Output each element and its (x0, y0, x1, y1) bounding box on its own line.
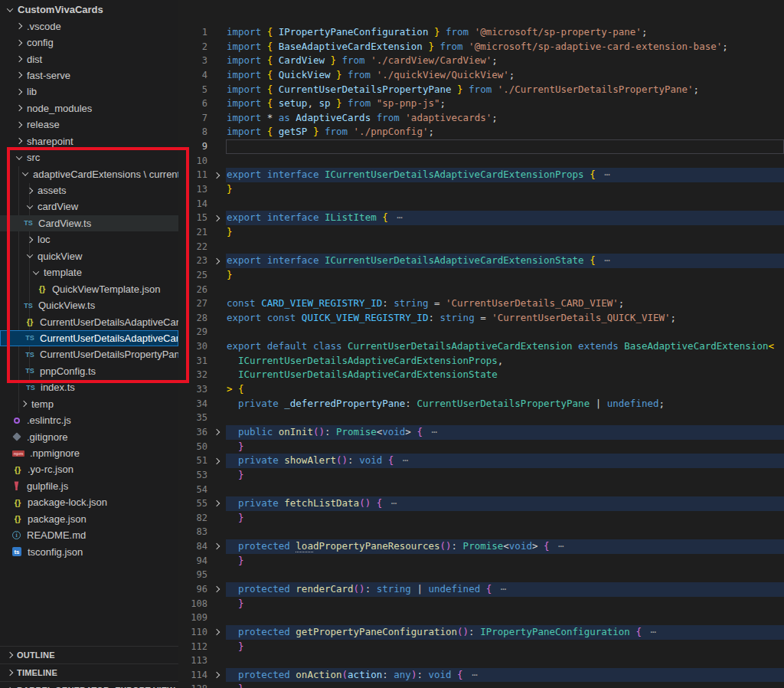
tree-item-quickview-ts[interactable]: TSQuickView.ts (0, 297, 178, 313)
code-text[interactable]: } (226, 682, 784, 688)
code-text[interactable]: export interface IListItem { ⋯ (226, 211, 784, 225)
code-line-4[interactable]: 4import { QuickView } from './quickView/… (178, 68, 784, 83)
panel-header-timeline[interactable]: TIMELINE (0, 663, 178, 681)
code-line-1[interactable]: 1import { IPropertyPaneConfiguration } f… (178, 25, 784, 40)
code-text[interactable]: export interface ICurrentUserDetailsAdap… (226, 168, 784, 182)
fold-chevron-icon[interactable] (207, 168, 226, 182)
code-text[interactable]: import { QuickView } from './quickView/Q… (226, 68, 784, 83)
fold-chevron-icon[interactable] (207, 254, 226, 268)
code-text[interactable]: private _deferredPropertyPane: CurrentUs… (226, 397, 784, 411)
tree-item-index-ts[interactable]: TSindex.ts (0, 379, 178, 395)
code-line-108[interactable]: 108 } (178, 597, 784, 611)
tree-item-pnpconfig-ts[interactable]: TSpnpConfig.ts (0, 363, 178, 379)
code-text[interactable]: public onInit(): Promise<void> { ⋯ (226, 425, 784, 440)
code-line-55[interactable]: 55 private fetchListData() { ⋯ (178, 496, 784, 511)
code-text[interactable]: } (226, 640, 784, 654)
tree-item-tsconfig-json[interactable]: tstsconfig.json (0, 543, 178, 559)
tree-item-src[interactable]: src (0, 149, 178, 165)
chevron-right-icon[interactable] (15, 24, 23, 28)
code-line-29[interactable]: 29 (178, 325, 784, 339)
code-text[interactable]: export default class CurrentUserDetailsA… (226, 339, 784, 354)
tree-item-template[interactable]: template (0, 264, 178, 280)
tree-item-fast-serve[interactable]: fast-serve (0, 67, 178, 84)
code-line-83[interactable]: 83 (178, 525, 784, 539)
code-text[interactable]: import * as AdaptiveCards from 'adaptive… (226, 111, 784, 126)
code-line-21[interactable]: 21} (178, 225, 784, 240)
code-text[interactable]: import { BaseAdaptiveCardExtension } fro… (226, 40, 784, 54)
code-text[interactable]: export interface ICurrentUserDetailsAdap… (226, 254, 784, 268)
chevron-right-icon[interactable] (15, 57, 23, 61)
code-text[interactable] (226, 283, 784, 297)
fold-chevron-icon[interactable] (207, 582, 226, 597)
chevron-right-icon[interactable] (20, 401, 28, 406)
code-text[interactable]: const CARD_VIEW_REGISTRY_ID: string = 'C… (226, 296, 784, 311)
code-line-11[interactable]: 11export interface ICurrentUserDetailsAd… (178, 168, 784, 182)
tree-item-cardview[interactable]: cardView (0, 198, 178, 215)
code-text[interactable]: protected renderCard(): string | undefin… (226, 582, 784, 597)
chevron-right-icon[interactable] (15, 123, 23, 127)
tree-item-vscode[interactable]: .vscode (0, 18, 178, 34)
code-text[interactable] (226, 483, 784, 497)
code-text[interactable]: } (226, 440, 784, 454)
tree-item-currentuserdetailspropertypan[interactable]: TSCurrentUserDetailsPropertyPan... (0, 346, 178, 362)
code-line-94[interactable]: 94 } (178, 554, 784, 568)
code-line-54[interactable]: 54 (178, 483, 784, 497)
chevron-down-icon[interactable] (6, 8, 14, 12)
tree-item-config[interactable]: config (0, 34, 178, 51)
code-line-14[interactable]: 14 (178, 197, 784, 211)
code-line-15[interactable]: 15export interface IListItem { ⋯ (178, 211, 784, 225)
fold-chevron-icon[interactable] (207, 211, 226, 225)
chevron-right-icon[interactable] (15, 73, 23, 77)
code-line-82[interactable]: 82 } (178, 511, 784, 526)
code-line-113[interactable]: 113 (178, 654, 784, 668)
code-text[interactable]: export const QUICK_VIEW_REGISTRY_ID: str… (226, 311, 784, 326)
code-line-53[interactable]: 53 } (178, 468, 784, 483)
code-line-10[interactable]: 10 (178, 154, 784, 169)
code-line-112[interactable]: 112 } (178, 640, 784, 654)
code-text[interactable]: protected loadPropertyPaneResources(): P… (226, 539, 784, 554)
code-editor[interactable]: 1import { IPropertyPaneConfiguration } f… (178, 0, 784, 688)
code-line-51[interactable]: 51 private showAlert(): void { ⋯ (178, 454, 784, 468)
tree-item-assets[interactable]: assets (0, 182, 178, 198)
code-text[interactable]: private fetchListData() { ⋯ (226, 496, 784, 511)
code-line-96[interactable]: 96 protected renderCard(): string | unde… (178, 582, 784, 597)
code-text[interactable]: } (226, 268, 784, 283)
code-text[interactable]: } (226, 225, 784, 240)
code-line-50[interactable]: 50 } (178, 440, 784, 454)
chevron-down-icon[interactable] (26, 205, 34, 209)
code-line-84[interactable]: 84 protected loadPropertyPaneResources()… (178, 539, 784, 554)
code-line-26[interactable]: 26 (178, 283, 784, 297)
code-text[interactable]: } (226, 554, 784, 568)
tree-item-gitignore[interactable]: .gitignore (0, 428, 178, 444)
tree-item-sharepoint[interactable]: sharepoint (0, 133, 178, 149)
tree-item-release[interactable]: release (0, 116, 178, 133)
code-line-28[interactable]: 28export const QUICK_VIEW_REGISTRY_ID: s… (178, 311, 784, 326)
code-line-22[interactable]: 22 (178, 240, 784, 254)
tree-item-package-json[interactable]: {}package.json (0, 511, 178, 527)
panel-header-outline[interactable]: OUTLINE (0, 646, 178, 663)
tree-item-quickview[interactable]: quickView (0, 248, 178, 264)
code-line-35[interactable]: 35 (178, 411, 784, 425)
chevron-down-icon[interactable] (32, 270, 40, 275)
code-line-31[interactable]: 31 ICurrentUserDetailsAdaptiveCardExtens… (178, 354, 784, 369)
tree-item-gulpfile-js[interactable]: gulpfile.js (0, 478, 178, 494)
chevron-right-icon[interactable] (15, 139, 23, 143)
code-line-7[interactable]: 7import * as AdaptiveCards from 'adaptiv… (178, 111, 784, 126)
code-line-32[interactable]: 32 ICurrentUserDetailsAdaptiveCardExtens… (178, 368, 784, 382)
code-line-34[interactable]: 34 private _deferredPropertyPane: Curren… (178, 397, 784, 411)
chevron-right-icon[interactable] (15, 90, 23, 94)
tree-item-cardview-ts[interactable]: TSCardView.ts (0, 215, 178, 231)
tree-item-currentuserdetailsadaptivecar[interactable]: TSCurrentUserDetailsAdaptiveCar... (0, 330, 178, 346)
code-text[interactable]: ICurrentUserDetailsAdaptiveCardExtension… (226, 354, 784, 369)
code-text[interactable]: import { setup, sp } from "sp-pnp-js"; (226, 97, 784, 111)
code-line-128[interactable]: 128 } (178, 682, 784, 688)
code-text[interactable] (226, 568, 784, 582)
code-text[interactable]: } (226, 468, 784, 483)
code-line-25[interactable]: 25} (178, 268, 784, 283)
code-line-95[interactable]: 95 (178, 568, 784, 582)
tree-item-lib[interactable]: lib (0, 84, 178, 100)
code-line-110[interactable]: 110 protected getPropertyPaneConfigurati… (178, 625, 784, 640)
code-text[interactable]: import { CurrentUserDetailsPropertyPane … (226, 83, 784, 97)
chevron-right-icon[interactable] (15, 41, 23, 45)
code-text[interactable] (226, 654, 784, 668)
